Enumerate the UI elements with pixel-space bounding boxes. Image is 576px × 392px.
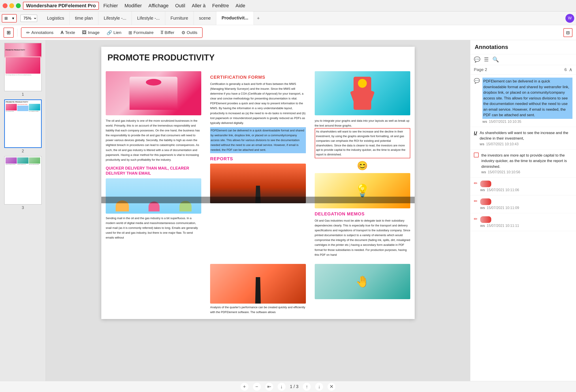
ann-tool-search[interactable]: 🔍 xyxy=(492,56,499,63)
pdf-delegation-body: Oil and Gas industries must be able to d… xyxy=(315,218,410,257)
ann-icon-pencil1: ✏ xyxy=(474,181,478,186)
tool-grid-button[interactable]: ⊞ xyxy=(3,27,14,38)
nav-first-page[interactable]: ⇤ xyxy=(265,383,273,391)
pdf-delegation-title: DELEGATION MEMOS xyxy=(315,211,410,216)
traffic-lights xyxy=(3,3,21,8)
minimize-button[interactable] xyxy=(9,3,14,8)
menu-modifier[interactable]: Modifier xyxy=(124,3,142,9)
thumbnail-3[interactable]: records of response and ents... a result… xyxy=(2,156,44,210)
tab-lifestyle2[interactable]: Lifestyle -... xyxy=(132,11,165,25)
tool-annotations-label: Annotations xyxy=(31,30,53,35)
tool-image[interactable]: 🖼 Image xyxy=(79,29,103,36)
ann-text-3: the investors are more apt to provide ca… xyxy=(481,153,573,170)
toolbar: ⊞ ✏ Annotations A Texte 🖼 Image 🔗 Lien ⊞… xyxy=(0,25,576,40)
ann-meta-3: ws 15/07/2021 10:10:56 xyxy=(481,170,573,174)
annotation-item-1: 💬 PDFElement can be delivered in a quick… xyxy=(470,75,576,127)
pdf-page-2: PROMOTE PRODUCTIVITY The oil and gas ind… xyxy=(101,47,415,319)
menu-aide[interactable]: Aide xyxy=(235,3,245,9)
tool-outils-label: Outils xyxy=(187,30,198,35)
thumbnail-1-label: 1 xyxy=(22,92,24,97)
menu-fichier[interactable]: Fichier xyxy=(103,3,118,9)
pdf-main-title: PROMOTE PRODUCTIVITY xyxy=(108,53,408,62)
nav-download[interactable]: ↓ xyxy=(278,383,286,391)
ann-author-3: ws xyxy=(481,170,486,174)
pdf-cert-title: CERTIFICATION FORMS xyxy=(210,75,306,80)
tool-texte[interactable]: A Texte xyxy=(58,29,78,36)
menu-affichage[interactable]: Affichage xyxy=(148,3,169,9)
pdf-viewer[interactable]: PROMOTE PRODUCTIVITY The oil and gas ind… xyxy=(46,40,470,381)
view-btn-dropdown[interactable]: ▾ xyxy=(10,15,16,22)
nav-zoom-out[interactable]: − xyxy=(253,383,261,391)
menu-bar: Fichier Modifier Affichage Outil Aller à… xyxy=(103,3,245,9)
profile-icon[interactable]: W xyxy=(565,14,574,23)
menu-fenetre[interactable]: Fenêtre xyxy=(212,3,229,9)
annotation-item-4: ✏ ws 15/07/2021 10:11:06 xyxy=(470,178,576,195)
pdf-column-3: you to integrate your graphs and data in… xyxy=(310,66,415,262)
tool-biffer[interactable]: T̶ Biffer xyxy=(158,29,177,37)
tab-scene[interactable]: scene xyxy=(194,11,216,25)
tabs-bar: ⊞ ▾ 75% Logistics time plan Lifestyle -.… xyxy=(0,11,576,25)
nav-next-page[interactable]: ↓ xyxy=(315,383,323,391)
tool-image-label: Image xyxy=(88,30,100,35)
ann-tool-list[interactable]: ☰ xyxy=(484,56,489,63)
col2-bottom-image xyxy=(210,264,306,304)
tab-lifestyle1[interactable]: Lifestyle -... xyxy=(98,11,132,25)
ann-meta-4: ws 15/07/2021 10:11:06 xyxy=(480,188,573,192)
sidebar-toggle-button[interactable]: ⊟ xyxy=(563,28,573,37)
ann-body-1: PDFElement can be delivered in a quick d… xyxy=(482,78,573,124)
annotation-item-6: ✏ ws 15/07/2021 10:11:11 xyxy=(470,213,576,231)
pdf-column-2: CERTIFICATION FORMS Certification is gen… xyxy=(206,66,310,262)
ann-time-1: 15/07/2021 10:10:35 xyxy=(489,120,521,124)
ann-body-2: As shareholders will want to see the inc… xyxy=(480,130,573,146)
nav-current-page: 1 xyxy=(290,384,292,389)
ann-meta-5: ws 15/07/2021 10:11:09 xyxy=(480,206,573,210)
ann-time-2: 15/07/2021 10:10:43 xyxy=(486,142,518,146)
annotations-tools: 💬 ☰ 🔍 xyxy=(470,54,576,65)
nav-close[interactable]: ✕ xyxy=(327,383,335,391)
ann-text-2: As shareholders will want to see the inc… xyxy=(480,130,573,141)
ann-icon-checkbox xyxy=(474,153,479,157)
thumbnail-2[interactable]: PROMOTE PRODUCTIVITY The oil and gas ind… xyxy=(2,100,44,154)
tab-logistics[interactable]: Logistics xyxy=(42,11,70,25)
nav-prev-page[interactable]: ↑ xyxy=(303,383,311,391)
tool-lien[interactable]: 🔗 Lien xyxy=(104,29,124,37)
thumbnail-1[interactable]: PROMOTE PRODUCTIVITY The oil and gas ind… xyxy=(2,43,44,97)
col3-hand-image: 🤚 xyxy=(315,264,410,299)
menu-aller[interactable]: Aller à xyxy=(192,3,205,9)
ann-time-6: 15/07/2021 10:11:11 xyxy=(487,224,519,228)
ann-tool-comment[interactable]: 💬 xyxy=(474,56,480,63)
tab-add-button[interactable]: + xyxy=(254,14,263,23)
pdf-col3-bottom: Analysis of the quarter's performance ca… xyxy=(210,305,306,314)
ann-body-5: ws 15/07/2021 10:11:09 xyxy=(480,198,573,210)
annotations-panel: Annotations 💬 ☰ 🔍 Page 2 6 ∧ 💬 PDFElemen… xyxy=(470,40,576,381)
ann-author-6: ws xyxy=(480,224,485,228)
close-button[interactable] xyxy=(3,3,7,8)
maximize-button[interactable] xyxy=(16,3,21,8)
annotations-page-info: Page 2 6 ∧ xyxy=(470,65,576,75)
ann-count: 6 xyxy=(564,67,567,72)
tool-outils[interactable]: ⚙ Outils xyxy=(178,29,201,37)
zoom-select[interactable]: 75% xyxy=(20,15,37,22)
tool-annotations[interactable]: ✏ Annotations xyxy=(23,29,57,37)
toolbar-separator xyxy=(17,29,17,37)
thumbnail-2-label: 2 xyxy=(22,149,24,154)
ann-icon-underline: U xyxy=(474,131,477,136)
pdf-col1-subheading: QUICKER DELIVERY THAN MAIL, CLEARER DELI… xyxy=(106,166,201,176)
nav-zoom-in[interactable]: + xyxy=(241,383,249,391)
nav-page-info: 1 / 3 xyxy=(290,384,299,389)
bottom-navigation: + − ⇤ ↓ 1 / 3 ↑ ↓ ✕ xyxy=(0,381,576,392)
lien-icon: 🔗 xyxy=(107,30,112,35)
tool-formulaire-label: Formulaire xyxy=(134,30,154,35)
menu-outil[interactable]: Outil xyxy=(175,3,185,9)
tab-furniture[interactable]: Furniture xyxy=(165,11,194,25)
view-toggle[interactable]: ⊞ ▾ xyxy=(2,14,17,23)
tab-productivity[interactable]: Productivit... xyxy=(216,11,254,25)
tool-lien-label: Lien xyxy=(114,30,121,35)
pdf-redbox-text: As shareholders will want to see the inc… xyxy=(315,128,410,158)
pdf-col1-body: The oil and gas industry is one of the m… xyxy=(106,118,201,162)
ann-expand-button[interactable]: ∧ xyxy=(569,67,573,73)
tab-timeplan[interactable]: time plan xyxy=(70,11,98,25)
ann-time-3: 15/07/2021 10:10:56 xyxy=(488,170,520,174)
view-btn-grid[interactable]: ⊞ xyxy=(2,15,10,22)
tool-formulaire[interactable]: ⊞ Formulaire xyxy=(125,29,157,37)
